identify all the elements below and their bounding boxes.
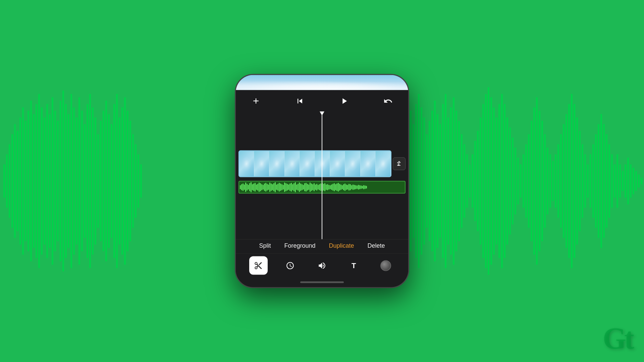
svg-rect-82 xyxy=(413,124,414,238)
svg-rect-48 xyxy=(132,134,134,228)
scissors-tool[interactable] xyxy=(249,256,268,275)
audio-bar xyxy=(365,186,366,189)
video-preview xyxy=(236,75,408,90)
gl-logo: Gt xyxy=(603,323,632,354)
rewind-button[interactable] xyxy=(293,94,307,108)
audio-bar xyxy=(300,184,301,191)
audio-bar xyxy=(366,186,367,189)
svg-rect-86 xyxy=(423,117,425,245)
duplicate-button[interactable]: Duplicate xyxy=(329,242,354,249)
audio-bar xyxy=(319,184,320,190)
audio-bar xyxy=(264,184,265,191)
audio-bar xyxy=(344,184,345,191)
svg-rect-158 xyxy=(616,154,618,208)
svg-rect-149 xyxy=(592,144,594,218)
add-button[interactable]: + xyxy=(249,94,263,108)
svg-rect-49 xyxy=(135,144,137,218)
svg-rect-87 xyxy=(426,134,428,228)
audio-bar xyxy=(340,185,341,190)
svg-rect-165 xyxy=(635,171,637,191)
color-tool[interactable] xyxy=(376,256,395,275)
audio-bar xyxy=(348,184,350,191)
svg-rect-154 xyxy=(606,134,607,228)
svg-rect-161 xyxy=(625,164,626,198)
audio-bar xyxy=(281,184,282,190)
svg-rect-8 xyxy=(25,121,26,241)
svg-rect-18 xyxy=(52,97,53,265)
audio-bar xyxy=(289,184,290,191)
audio-bar xyxy=(359,185,360,189)
audio-bar xyxy=(277,184,278,191)
svg-rect-137 xyxy=(560,134,562,228)
audio-bar xyxy=(332,184,333,191)
svg-rect-143 xyxy=(576,117,578,245)
svg-rect-124 xyxy=(525,144,527,218)
svg-rect-92 xyxy=(439,124,441,238)
audio-bar xyxy=(271,184,272,191)
svg-rect-28 xyxy=(78,97,80,265)
audio-bar xyxy=(354,185,355,190)
svg-rect-15 xyxy=(44,117,45,245)
track-handle[interactable] xyxy=(393,158,406,170)
volume-tool[interactable] xyxy=(313,256,331,275)
svg-rect-27 xyxy=(76,117,77,245)
audio-bar xyxy=(248,185,249,190)
svg-rect-44 xyxy=(121,107,123,255)
svg-rect-139 xyxy=(566,114,567,248)
svg-rect-127 xyxy=(533,107,535,255)
svg-rect-100 xyxy=(461,134,463,228)
top-toolbar: + xyxy=(236,90,408,112)
undo-button[interactable] xyxy=(381,94,395,108)
svg-rect-142 xyxy=(574,104,575,258)
playhead xyxy=(322,112,322,239)
audio-bar xyxy=(358,185,359,190)
svg-rect-13 xyxy=(38,94,40,268)
svg-rect-108 xyxy=(482,104,484,258)
audio-bar xyxy=(256,185,257,190)
audio-bar xyxy=(253,184,254,191)
audio-bar xyxy=(261,184,262,190)
audio-bar xyxy=(255,183,256,192)
svg-rect-151 xyxy=(598,124,599,238)
audio-bar xyxy=(273,183,274,191)
audio-bar xyxy=(330,185,331,189)
svg-rect-25 xyxy=(70,94,72,268)
svg-rect-9 xyxy=(28,111,29,251)
audio-bar xyxy=(346,185,347,190)
audio-bar xyxy=(243,184,244,191)
audio-bar xyxy=(269,183,270,192)
svg-rect-43 xyxy=(119,117,120,245)
audio-bar xyxy=(312,184,313,190)
speed-tool[interactable] xyxy=(281,256,300,275)
audio-bar xyxy=(292,184,293,190)
audio-bar xyxy=(324,183,325,191)
delete-button[interactable]: Delete xyxy=(368,242,385,249)
svg-rect-35 xyxy=(97,134,99,228)
video-clouds xyxy=(236,80,408,90)
svg-rect-12 xyxy=(36,104,37,258)
svg-rect-132 xyxy=(547,147,548,215)
audio-bar xyxy=(363,185,364,189)
svg-rect-20 xyxy=(57,121,59,241)
audio-bar xyxy=(353,185,354,190)
split-button[interactable]: Split xyxy=(259,242,271,249)
foreground-button[interactable]: Foreground xyxy=(284,242,315,249)
svg-rect-152 xyxy=(600,114,602,248)
audio-bar xyxy=(342,185,343,189)
video-thumbnails xyxy=(239,151,391,177)
text-tool[interactable]: T xyxy=(344,256,363,275)
svg-rect-125 xyxy=(528,134,530,228)
audio-bar xyxy=(302,184,303,190)
svg-rect-121 xyxy=(517,158,519,204)
play-button[interactable] xyxy=(337,94,351,108)
svg-rect-150 xyxy=(595,134,597,228)
audio-bar xyxy=(339,184,340,191)
svg-rect-126 xyxy=(531,121,532,241)
phone-device: + xyxy=(235,74,409,288)
audio-bar xyxy=(244,185,245,190)
svg-rect-138 xyxy=(563,124,565,238)
video-track[interactable] xyxy=(238,150,391,177)
home-bar xyxy=(300,282,344,283)
svg-rect-128 xyxy=(536,97,538,265)
svg-rect-21 xyxy=(60,101,61,261)
